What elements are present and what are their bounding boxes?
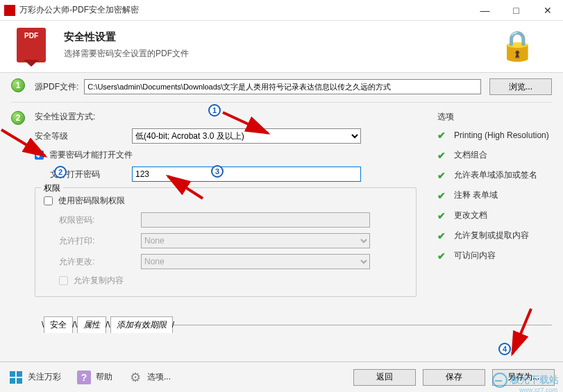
allow-copy-check [59,276,68,285]
svg-line-0 [223,112,268,133]
annotation-arrow [219,99,282,140]
allow-copy-checkbox: 允许复制内容 [44,275,124,287]
minimize-button[interactable]: — [469,0,501,21]
save-as-button[interactable]: 另存为... [492,369,555,386]
option-item: ✔注释 表单域 [437,189,552,201]
tab-properties[interactable]: 属性 [77,316,106,333]
footer-bar: 关注万彩 ? 帮助 ⚙ 选项... 返回 保存 另存为... [0,361,563,392]
option-item: ✔文档组合 [437,149,552,161]
check-icon: ✔ [437,250,446,262]
annotation-arrow [0,126,56,168]
svg-line-2 [168,176,203,198]
permission-password-input [141,212,370,228]
restrict-permission-check[interactable] [44,196,53,205]
annotation-badge-2: 2 [54,166,67,178]
pdf-file-icon: PDF [17,28,46,62]
check-icon: ✔ [437,130,446,141]
qr-icon [10,371,22,384]
option-item: ✔Printing (High Resolution) [437,130,552,141]
annotation-badge-3: 3 [211,165,224,178]
allow-print-select: None [141,233,370,248]
about-button[interactable]: 关注万彩 [8,370,61,385]
svg-line-1 [1,130,45,156]
browse-button[interactable]: 浏览... [489,78,552,95]
permission-password-label: 权限密码: [44,214,141,226]
allow-change-select: None [141,254,370,269]
title-bar: 万彩办公大师-PDF安全加密解密 — □ ✕ [0,0,563,21]
tab-expiry[interactable]: 添加有效期限 [110,316,173,333]
tabs-bar: \ 安全 /\ 属性 /\ 添加有效期限 / [42,316,552,333]
annotation-badge-4: 4 [498,343,511,355]
check-icon: ✔ [437,210,446,221]
option-item: ✔允许复制或提取内容 [437,230,552,241]
step-number-1: 1 [11,78,25,92]
option-item: ✔允许表单域添加或签名 [437,169,552,181]
svg-line-3 [512,309,531,354]
help-icon: ? [77,370,91,384]
options-title: 选项 [437,111,552,123]
help-button[interactable]: ? 帮助 [76,370,112,385]
header: PDF 安全性设置 选择需要密码安全设置的PDF文件 🔒 [0,21,563,73]
header-subtitle: 选择需要密码安全设置的PDF文件 [64,48,189,60]
step-number-2: 2 [11,111,25,125]
check-icon: ✔ [437,150,446,161]
allow-change-label: 允许更改: [44,256,141,268]
save-button[interactable]: 保存 [423,369,485,386]
permissions-group: 权限 使用密码限制权限 权限密码: 允许打印: [35,187,417,297]
app-icon [4,5,15,16]
annotation-badge-1: 1 [208,104,221,117]
options-panel: 选项 ✔Printing (High Resolution) ✔文档组合 ✔允许… [430,111,552,297]
open-password-label: 文件打开密码 [35,169,132,180]
step-1-row: 1 源PDF文件: 浏览... [11,73,552,101]
check-icon: ✔ [437,190,446,201]
gear-icon: ⚙ [128,370,143,385]
window-title: 万彩办公大师-PDF安全加密解密 [19,4,469,16]
watermark-url: www.xz7.com [519,386,557,392]
lock-icon: 🔒 [499,28,535,62]
allow-print-label: 允许打印: [44,235,141,247]
annotation-arrow [161,171,210,205]
back-button[interactable]: 返回 [353,369,416,386]
source-file-input[interactable] [84,79,481,94]
close-button[interactable]: ✕ [532,0,563,21]
window-controls: — □ ✕ [469,0,563,20]
check-icon: ✔ [437,230,446,241]
header-title: 安全性设置 [64,31,189,44]
maximize-button[interactable]: □ [501,0,532,21]
tab-security[interactable]: 安全 [44,316,73,333]
restrict-permission-checkbox[interactable]: 使用密码限制权限 [44,195,125,207]
options-button[interactable]: ⚙ 选项... [128,370,171,385]
check-icon: ✔ [437,170,446,181]
permissions-legend: 权限 [41,182,63,194]
option-item: ✔可访问内容 [437,250,552,262]
source-file-label: 源PDF文件: [35,81,78,93]
option-item: ✔更改文档 [437,210,552,221]
